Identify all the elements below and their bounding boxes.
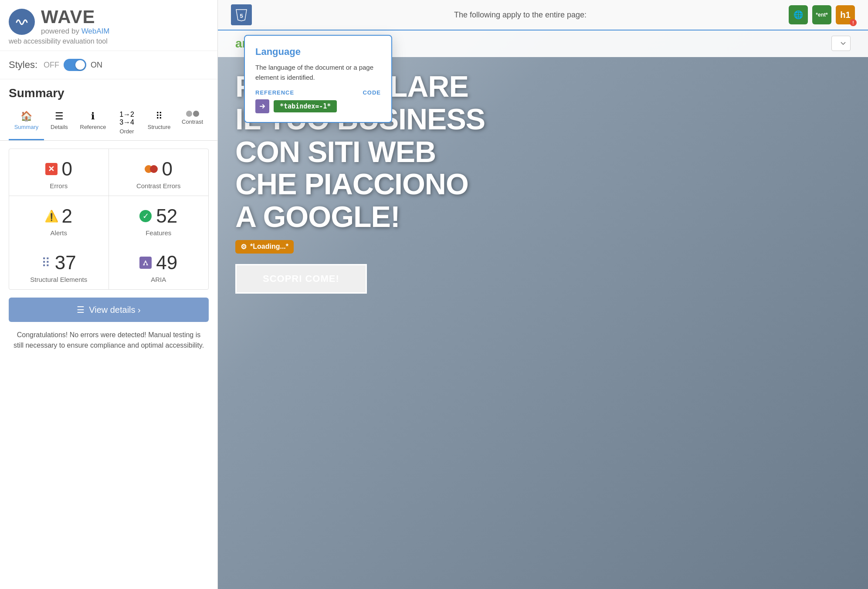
- badge-lang[interactable]: 🌐: [789, 5, 808, 24]
- tooltip-tag-row: *tabindex=-1*: [255, 99, 381, 113]
- alerts-label: Alerts: [51, 229, 67, 237]
- view-details-label: View details ›: [89, 305, 141, 315]
- contrast-errors-label: Contrast Errors: [136, 182, 181, 190]
- tab-order-label: Order: [119, 128, 134, 135]
- structural-icon: ⠿: [41, 256, 51, 270]
- loading-row: ⚙ *Loading...*: [235, 240, 851, 254]
- tooltip-body: The language of the document or a page e…: [255, 63, 381, 82]
- badge-h1[interactable]: h1 !: [836, 5, 855, 24]
- stat-contrast-value-row: 0: [145, 159, 173, 179]
- tooltip-title: Language: [255, 46, 381, 58]
- view-details-button[interactable]: ☰ View details ›: [9, 298, 209, 322]
- stat-structural-value-row: ⠿ 37: [41, 253, 76, 272]
- site-select[interactable]: [831, 36, 851, 51]
- badge-tent[interactable]: *ent*: [812, 5, 831, 24]
- loading-badge: ⚙ *Loading...*: [235, 240, 294, 254]
- tab-reference-label: Reference: [80, 124, 106, 130]
- top-bar: 5 The following apply to the entire page…: [218, 0, 868, 30]
- tab-summary[interactable]: 🏠 Summary: [9, 106, 44, 140]
- alert-icon: ⚠️: [45, 210, 58, 222]
- aria-icon: [139, 257, 152, 269]
- tooltip-reference-label: REFERENCE: [255, 89, 294, 96]
- list-icon: ☰: [55, 111, 64, 122]
- stat-structural[interactable]: ⠿ 37 Structural Elements: [9, 243, 109, 289]
- home-icon: 🏠: [20, 111, 32, 122]
- wave-header: WAVE powered by WebAIM web accessibility…: [0, 0, 217, 51]
- badge-group: 🌐 *ent* h1 !: [789, 5, 855, 24]
- errors-label: Errors: [50, 182, 68, 190]
- stat-alerts[interactable]: ⚠️ 2 Alerts: [9, 196, 109, 243]
- stat-contrast-errors[interactable]: 0 Contrast Errors: [109, 149, 209, 196]
- errors-count: 0: [62, 159, 72, 179]
- tab-summary-label: Summary: [14, 124, 39, 130]
- features-label: Features: [146, 229, 171, 237]
- structural-count: 37: [55, 253, 76, 272]
- html5-icon: 5: [231, 4, 252, 25]
- wave-title: WAVE: [41, 8, 110, 26]
- styles-row: Styles: OFF ON: [0, 51, 217, 79]
- tooltip-code-label: CODE: [363, 89, 381, 96]
- logo-text-block: WAVE powered by WebAIM: [41, 8, 110, 36]
- features-icon: ✓: [139, 210, 152, 222]
- powered-by: powered by WebAIM: [41, 27, 110, 36]
- stat-errors-value-row: ✕ 0: [45, 159, 72, 179]
- tab-structure-label: Structure: [148, 124, 171, 130]
- wave-subtitle: web accessibility evaluation tool: [9, 37, 209, 45]
- svg-text:5: 5: [240, 13, 243, 19]
- structural-label: Structural Elements: [30, 276, 87, 283]
- aria-count: 49: [156, 253, 177, 272]
- tab-contrast[interactable]: Contrast: [176, 106, 209, 140]
- tab-details[interactable]: ☰ Details: [44, 106, 75, 140]
- congrats-text: Congratulations! No errors were detected…: [9, 330, 209, 351]
- contrast-errors-count: 0: [162, 159, 173, 179]
- toggle-group[interactable]: OFF ON: [44, 59, 102, 71]
- toggle-on-label: ON: [91, 61, 102, 70]
- stat-errors[interactable]: ✕ 0 Errors: [9, 149, 109, 196]
- tab-contrast-label: Contrast: [182, 118, 203, 125]
- tabs-row: 🏠 Summary ☰ Details ℹ Reference 1→23→4 O…: [0, 106, 217, 141]
- loading-icon: ⚙: [241, 243, 247, 251]
- order-icon: 1→23→4: [119, 111, 134, 126]
- loading-label: *Loading...*: [250, 243, 288, 250]
- styles-label: Styles:: [9, 59, 37, 71]
- top-bar-text: The following apply to the entire page:: [261, 10, 780, 20]
- stat-aria-value-row: 49: [139, 253, 177, 272]
- tab-details-label: Details: [51, 124, 68, 130]
- tooltip-popup: Language The language of the document or…: [244, 35, 392, 123]
- view-details-icon: ☰: [77, 305, 85, 315]
- info-icon: ℹ: [91, 111, 95, 122]
- tooltip-tag: *tabindex=-1*: [274, 100, 337, 112]
- cta-row: SCOPRI COME!: [235, 260, 851, 294]
- tab-order[interactable]: 1→23→4 Order: [112, 106, 142, 140]
- right-panel: 5 The following apply to the entire page…: [218, 0, 868, 589]
- contrast-error-icon: [145, 165, 158, 173]
- summary-section: Summary 🏠 Summary ☰ Details ℹ Reference …: [0, 79, 217, 351]
- contrast-icon: [186, 111, 199, 117]
- stat-features-value-row: ✓ 52: [139, 206, 177, 226]
- stat-aria[interactable]: 49 ARIA: [109, 243, 209, 289]
- features-count: 52: [156, 206, 177, 226]
- svg-rect-3: [145, 263, 146, 265]
- scopri-button[interactable]: SCOPRI COME!: [235, 264, 367, 294]
- tab-reference[interactable]: ℹ Reference: [75, 106, 112, 140]
- stats-grid: ✕ 0 Errors 0 Contrast Errors ⚠️: [9, 149, 209, 290]
- styles-toggle-switch[interactable]: [64, 59, 86, 71]
- stat-features[interactable]: ✓ 52 Features: [109, 196, 209, 243]
- logo-row: WAVE powered by WebAIM: [9, 8, 209, 36]
- tooltip-arrow-icon: [255, 99, 269, 113]
- webaim-link[interactable]: WebAIM: [81, 27, 110, 35]
- error-icon: ✕: [45, 163, 58, 175]
- stat-alerts-value-row: ⚠️ 2: [45, 206, 72, 226]
- summary-title: Summary: [9, 86, 209, 100]
- toggle-off-label: OFF: [44, 61, 59, 70]
- wave-logo-icon: [9, 9, 35, 35]
- aria-label: ARIA: [151, 276, 166, 283]
- alerts-count: 2: [62, 206, 72, 226]
- tab-structure[interactable]: ⠿ Structure: [142, 106, 176, 140]
- left-panel: WAVE powered by WebAIM web accessibility…: [0, 0, 218, 589]
- tooltip-ref-code-row: REFERENCE CODE: [255, 89, 381, 96]
- badge-warn-icon: !: [850, 19, 857, 26]
- structure-icon: ⠿: [156, 111, 163, 122]
